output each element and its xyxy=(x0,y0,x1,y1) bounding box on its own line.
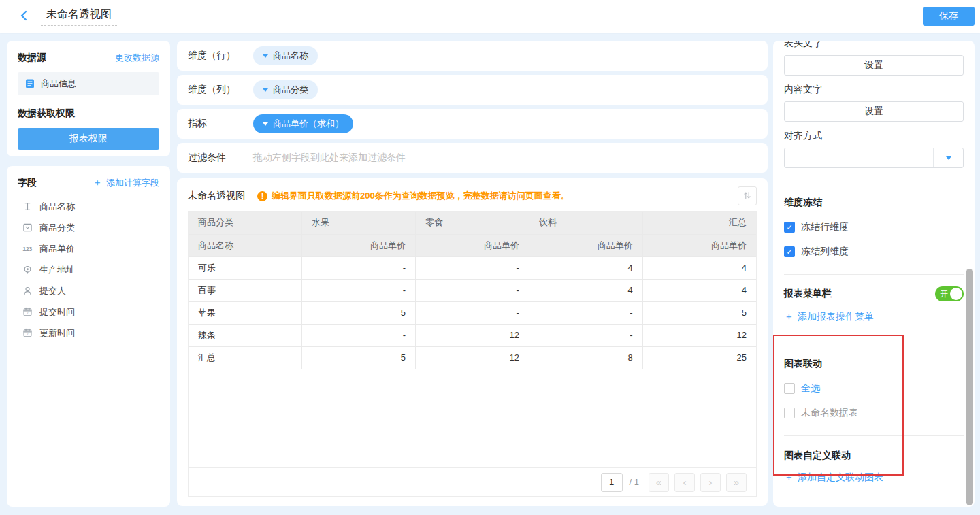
value-cell: 4 xyxy=(529,256,642,279)
table-row: 辣条 - 12 - 12 xyxy=(189,324,756,346)
last-page-button[interactable]: » xyxy=(726,473,747,492)
chart-linkage-title: 图表联动 xyxy=(784,358,964,370)
value-cell: 4 xyxy=(529,279,642,301)
change-datasource-link[interactable]: 更改数据源 xyxy=(115,52,159,64)
row-dimension-card: 维度（行） 商品名称 xyxy=(177,41,768,71)
plus-icon: ＋ xyxy=(784,311,794,323)
location-icon xyxy=(22,265,33,276)
report-permission-button[interactable]: 报表权限 xyxy=(18,128,159,150)
freeze-row-option[interactable]: ✓ 冻结行维度 xyxy=(784,221,964,233)
filter-card[interactable]: 过滤条件 拖动左侧字段到此处来添加过滤条件 xyxy=(177,143,768,173)
value-cell: - xyxy=(302,256,416,279)
text-icon xyxy=(22,201,33,212)
row-dimension-chip[interactable]: 商品名称 xyxy=(253,46,318,65)
value-cell: 8 xyxy=(529,346,642,369)
pivot-table: 商品分类 水果 零食 饮料 汇总 商品名称 商品单价 商品单价 商品单价 商品单… xyxy=(189,212,756,369)
content-text-settings-button[interactable]: 设置 xyxy=(784,101,964,122)
checkbox-checked-icon[interactable]: ✓ xyxy=(784,246,795,257)
fields-title: 字段 xyxy=(18,177,37,189)
field-item[interactable]: 商品名称 xyxy=(18,196,159,217)
field-item[interactable]: 7 提交时间 xyxy=(18,301,159,322)
calendar-icon: 7 xyxy=(22,307,33,318)
column-subheader[interactable]: 商品名称 xyxy=(189,234,302,256)
divider xyxy=(784,274,964,275)
value-cell: 12 xyxy=(416,346,529,369)
first-page-button[interactable]: « xyxy=(649,473,669,492)
column-header[interactable]: 水果 xyxy=(302,212,416,234)
field-item[interactable]: 提交人 xyxy=(18,280,159,301)
add-custom-linkage-link[interactable]: ＋ 添加自定义联动图表 xyxy=(784,471,883,484)
freeze-col-option[interactable]: ✓ 冻结列维度 xyxy=(784,246,964,258)
sort-button[interactable] xyxy=(738,186,757,205)
column-header[interactable]: 饮料 xyxy=(529,212,642,234)
divider xyxy=(784,344,964,344)
next-page-button[interactable]: › xyxy=(700,473,721,492)
toggle-on-label: 开 xyxy=(940,289,948,299)
column-subheader[interactable]: 商品单价 xyxy=(416,234,529,256)
table-header-row: 商品分类 水果 零食 饮料 汇总 xyxy=(189,212,756,234)
row-label-cell: 百事 xyxy=(189,279,302,301)
value-cell: - xyxy=(416,301,529,324)
custom-linkage-title: 图表自定义联动 xyxy=(784,450,964,462)
col-dimension-chip[interactable]: 商品分类 xyxy=(253,80,318,99)
add-report-menu-link[interactable]: ＋ 添加报表操作菜单 xyxy=(784,311,874,323)
value-cell: - xyxy=(529,301,642,324)
select-all-option[interactable]: 全选 xyxy=(784,382,964,395)
freeze-title: 维度冻结 xyxy=(784,197,964,209)
table-row: 可乐 - - 4 4 xyxy=(189,256,756,279)
header-text-label: 表头文字 xyxy=(784,41,964,50)
header-text-settings-button[interactable]: 设置 xyxy=(784,55,964,76)
sort-arrows-icon xyxy=(742,190,752,202)
chevron-down-icon xyxy=(263,88,268,92)
checkbox-unchecked-icon[interactable] xyxy=(784,408,795,418)
column-header[interactable]: 汇总 xyxy=(642,212,756,234)
add-calc-field-link[interactable]: ＋ 添加计算字段 xyxy=(93,177,159,189)
column-subheader[interactable]: 商品单价 xyxy=(302,234,416,256)
preview-card: 未命名透视图 ! 编辑界面只取数据源前200条作为查询数据预览，完整数据请访问页… xyxy=(177,178,768,506)
save-button[interactable]: 保存 xyxy=(923,7,975,26)
column-header[interactable]: 零食 xyxy=(416,212,529,234)
report-menu-toggle[interactable]: 开 xyxy=(935,286,964,301)
align-select[interactable] xyxy=(784,148,964,168)
table-row: 百事 - - 4 4 xyxy=(189,279,756,301)
svg-text:7: 7 xyxy=(27,311,29,315)
page-total: / 1 xyxy=(630,477,639,487)
field-item[interactable]: 123 商品单价 xyxy=(18,238,159,259)
preview-title: 未命名透视图 xyxy=(188,190,245,202)
page-number-input[interactable]: 1 xyxy=(601,473,623,492)
field-item[interactable]: 生产地址 xyxy=(18,259,159,280)
table-row: 苹果 5 - - 5 xyxy=(189,301,756,324)
value-cell: 5 xyxy=(642,301,756,324)
col-dimension-card: 维度（列） 商品分类 xyxy=(177,75,768,105)
linkage-item-option[interactable]: 未命名数据表 xyxy=(784,407,964,419)
checkbox-checked-icon[interactable]: ✓ xyxy=(784,222,795,233)
column-subheader[interactable]: 商品单价 xyxy=(529,234,642,256)
plus-icon: ＋ xyxy=(93,177,102,189)
datasource-item-label: 商品信息 xyxy=(41,78,76,90)
datasource-item[interactable]: 商品信息 xyxy=(18,72,159,95)
back-button[interactable] xyxy=(18,10,30,24)
table-empty-area xyxy=(189,369,756,467)
preview-warning: ! 编辑界面只取数据源前200条作为查询数据预览，完整数据请访问页面查看。 xyxy=(257,190,570,202)
settings-panel: 表头文字 设置 内容文字 设置 对齐方式 维度冻结 ✓ 冻结行维度 ✓ 冻结列维… xyxy=(773,41,975,507)
column-header[interactable]: 商品分类 xyxy=(189,212,302,234)
value-cell: 25 xyxy=(642,346,756,369)
prev-page-button[interactable]: ‹ xyxy=(674,473,695,492)
metric-chip[interactable]: 商品单价（求和） xyxy=(253,114,353,133)
checkbox-unchecked-icon[interactable] xyxy=(784,383,795,394)
permission-title: 数据获取权限 xyxy=(18,107,159,120)
column-subheader[interactable]: 商品单价 xyxy=(642,234,756,256)
field-item[interactable]: 商品分类 xyxy=(18,217,159,238)
metric-card: 指标 商品单价（求和） xyxy=(177,109,768,139)
value-cell: 4 xyxy=(642,279,756,301)
value-cell: - xyxy=(416,256,529,279)
field-item[interactable]: 7 更新时间 xyxy=(18,322,159,344)
row-dimension-label: 维度（行） xyxy=(188,50,253,62)
chevron-down-icon xyxy=(946,156,951,160)
panel-scrollbar[interactable] xyxy=(966,269,973,505)
page-title[interactable]: 未命名透视图 xyxy=(41,7,117,26)
value-cell: - xyxy=(416,279,529,301)
datasource-card: 数据源 更改数据源 商品信息 数据获取权限 报表权限 xyxy=(7,41,170,156)
value-cell: - xyxy=(302,279,416,301)
content-text-label: 内容文字 xyxy=(784,82,964,96)
